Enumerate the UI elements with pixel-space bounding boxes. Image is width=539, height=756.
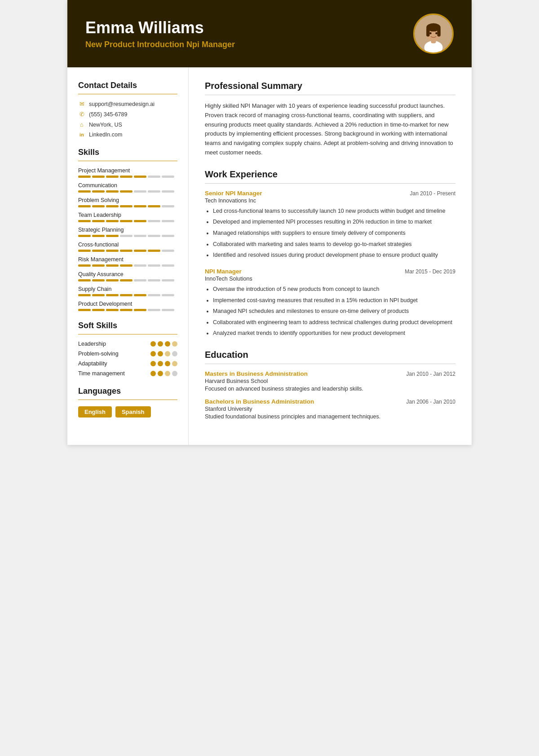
soft-skill-dot — [150, 351, 156, 356]
skill-name: Supply Chain — [78, 286, 177, 292]
skill-segment — [148, 250, 160, 252]
skill-segment — [162, 220, 174, 222]
edu-header: Masters in Business Administration Jan 2… — [205, 370, 455, 377]
language-tags: EnglishSpanish — [78, 406, 177, 418]
skill-item: Communication — [78, 182, 177, 193]
soft-skill-item: Problem-solving — [78, 351, 177, 357]
skill-item: Quality Assurance — [78, 271, 177, 281]
skill-segment — [134, 279, 146, 281]
svg-point-8 — [435, 32, 437, 35]
skill-segment — [134, 190, 146, 193]
skill-segment — [78, 309, 91, 311]
edu-description: Focused on advanced business strategies … — [205, 386, 455, 392]
experience-section: Work Experience Senior NPI Manager Jan 2… — [205, 169, 455, 338]
job-bullet: Managed relationships with suppliers to … — [213, 229, 455, 238]
soft-skill-dot — [165, 361, 170, 366]
header-text: Emma Williams New Product Introduction N… — [85, 18, 235, 49]
skill-segment — [120, 176, 133, 178]
resume-body: Contact Details ✉ support@resumedesign.a… — [67, 67, 472, 445]
job-item: NPI Manager Mar 2015 - Dec 2019 InnoTech… — [205, 268, 455, 338]
dots-container — [150, 371, 177, 376]
resume-container: Emma Williams New Product Introduction N… — [67, 0, 472, 445]
skill-segment — [162, 264, 174, 267]
skill-name: Risk Management — [78, 256, 177, 263]
soft-skills-section: Soft Skills Leadership Problem-solving A… — [78, 321, 177, 377]
edu-description: Studied foundational business principles… — [205, 413, 455, 420]
skill-bar — [78, 294, 177, 296]
skill-segment — [134, 294, 146, 296]
skill-segment — [162, 190, 174, 193]
location-icon: ⌂ — [78, 121, 85, 128]
skill-segment — [120, 235, 133, 237]
contact-email: ✉ support@resumedesign.ai — [78, 101, 177, 107]
skill-item: Product Development — [78, 301, 177, 311]
skill-segment — [92, 264, 105, 267]
right-column: Professional Summary Highly skilled NPI … — [189, 67, 472, 445]
skill-segment — [134, 235, 146, 237]
skill-segment — [148, 205, 160, 207]
education-item: Masters in Business Administration Jan 2… — [205, 370, 455, 392]
soft-skill-name: Problem-solving — [78, 351, 119, 357]
svg-point-7 — [429, 32, 432, 35]
resume-header: Emma Williams New Product Introduction N… — [67, 0, 472, 67]
edu-header: Bachelors in Business Administration Jan… — [205, 398, 455, 405]
skill-segment — [148, 294, 160, 296]
job-dates: Mar 2015 - Dec 2019 — [405, 268, 455, 275]
job-header: Senior NPI Manager Jan 2010 - Present — [205, 190, 455, 197]
skill-segment — [162, 309, 174, 311]
skill-segment — [106, 264, 119, 267]
contact-phone-text: (555) 345-6789 — [89, 111, 127, 118]
job-bullet: Analyzed market trends to identify oppor… — [213, 329, 455, 338]
skill-bar — [78, 176, 177, 178]
skill-segment — [120, 279, 133, 281]
skill-segment — [148, 279, 160, 281]
soft-skill-dot — [158, 341, 163, 347]
skills-list: Project Management Communication Problem… — [78, 167, 177, 311]
job-title: Senior NPI Manager — [205, 190, 262, 197]
skill-segment — [92, 205, 105, 207]
job-title: NPI Manager — [205, 268, 242, 275]
job-item: Senior NPI Manager Jan 2010 - Present Te… — [205, 190, 455, 260]
skill-name: Quality Assurance — [78, 271, 177, 277]
education-list: Masters in Business Administration Jan 2… — [205, 370, 455, 420]
email-icon: ✉ — [78, 101, 85, 107]
experience-title: Work Experience — [205, 169, 455, 180]
job-bullet: Developed and implemented NPI processes … — [213, 217, 455, 227]
skill-segment — [162, 176, 174, 178]
edu-school: Stanford University — [205, 406, 455, 412]
soft-skill-dot — [150, 341, 156, 347]
edu-dates: Jan 2006 - Jan 2010 — [406, 399, 455, 405]
skill-segment — [106, 190, 119, 193]
education-item: Bachelors in Business Administration Jan… — [205, 398, 455, 420]
education-section: Education Masters in Business Administra… — [205, 350, 455, 420]
contact-linkedin: in LinkedIn.com — [78, 132, 177, 138]
job-bullet: Collaborated with marketing and sales te… — [213, 240, 455, 249]
contact-section: Contact Details ✉ support@resumedesign.a… — [78, 81, 177, 138]
soft-skills-title: Soft Skills — [78, 321, 177, 330]
skill-segment — [120, 205, 133, 207]
dots-container — [150, 351, 177, 356]
skill-item: Risk Management — [78, 256, 177, 267]
summary-divider — [205, 95, 455, 95]
skill-segment — [92, 220, 105, 222]
soft-skills-divider — [78, 334, 177, 334]
skill-segment — [106, 176, 119, 178]
skill-name: Communication — [78, 182, 177, 189]
skill-segment — [148, 220, 160, 222]
skills-section: Skills Project Management Communication … — [78, 148, 177, 311]
job-bullet: Led cross-functional teams to successful… — [213, 207, 455, 216]
soft-skill-dot — [150, 361, 156, 366]
skills-title: Skills — [78, 148, 177, 157]
languages-section: Languages EnglishSpanish — [78, 387, 177, 418]
language-tag: Spanish — [115, 406, 151, 418]
linkedin-icon: in — [78, 132, 85, 137]
skill-bar — [78, 205, 177, 207]
candidate-photo — [413, 13, 454, 54]
skill-segment — [78, 220, 91, 222]
job-bullet: Managed NPI schedules and milestones to … — [213, 307, 455, 316]
contact-email-text: support@resumedesign.ai — [89, 101, 155, 107]
contact-title: Contact Details — [78, 81, 177, 90]
skill-segment — [106, 279, 119, 281]
skill-bar — [78, 190, 177, 193]
skill-item: Strategic Planning — [78, 227, 177, 237]
